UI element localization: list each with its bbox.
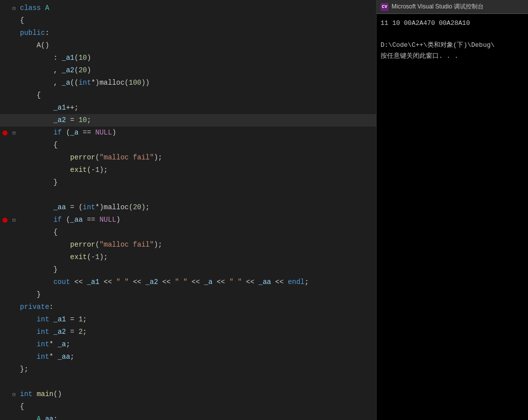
breakpoint-gutter[interactable] xyxy=(0,39,10,52)
breakpoint-gutter[interactable] xyxy=(0,239,10,251)
token: 1 xyxy=(79,315,83,323)
breakpoint-gutter[interactable] xyxy=(0,27,10,39)
breakpoint-gutter[interactable] xyxy=(0,363,10,376)
token: = xyxy=(66,116,78,124)
token: ( xyxy=(87,253,91,261)
breakpoint-gutter[interactable] xyxy=(0,139,10,151)
breakpoint-gutter[interactable] xyxy=(0,376,10,388)
breakpoint-gutter[interactable] xyxy=(0,251,10,264)
code-line: } xyxy=(0,264,376,276)
breakpoint-gutter[interactable] xyxy=(0,338,10,351)
breakpoint-gutter[interactable] xyxy=(0,189,10,201)
breakpoint-gutter[interactable] xyxy=(0,301,10,313)
collapse-icon[interactable]: ⊟ xyxy=(10,217,18,223)
token: _a1 xyxy=(62,54,74,62)
line-content: , _a((int*)malloc(100)) xyxy=(18,77,150,89)
breakpoint-gutter[interactable] xyxy=(0,89,10,102)
token: _a xyxy=(62,79,70,87)
line-content: { xyxy=(18,401,24,413)
token: int xyxy=(83,203,95,211)
breakpoint-gutter[interactable] xyxy=(0,176,10,189)
token: ( xyxy=(87,166,91,174)
line-content: exit(-1); xyxy=(18,251,108,264)
token: exit xyxy=(70,253,87,261)
token: cout xyxy=(53,278,70,286)
line-content: if (_a == NULL) xyxy=(18,127,116,139)
token: _a2 xyxy=(53,328,66,336)
token: } xyxy=(53,266,57,274)
token: * xyxy=(49,353,58,361)
token: ( xyxy=(95,153,99,161)
token: << xyxy=(271,278,288,286)
code-line: int* _aa; xyxy=(0,351,376,363)
line-content: _aa = (int*)malloc(20); xyxy=(18,201,150,214)
code-line: int _a2 = 2; xyxy=(0,326,376,338)
line-content: perror("malloc fail"); xyxy=(18,239,162,251)
token: A xyxy=(37,41,41,49)
breakpoint-gutter[interactable] xyxy=(0,388,10,401)
token: int xyxy=(20,390,32,398)
breakpoint-gutter[interactable] xyxy=(0,14,10,27)
token: << xyxy=(187,278,204,286)
line-content: { xyxy=(18,14,24,27)
token: if xyxy=(53,216,62,224)
token: ); xyxy=(154,153,162,161)
token: : xyxy=(53,54,62,62)
token: _a xyxy=(204,278,213,286)
line-content: A() xyxy=(18,39,49,52)
token: ) xyxy=(87,54,91,62)
code-line: }; xyxy=(0,363,376,376)
breakpoint-gutter[interactable] xyxy=(0,264,10,276)
breakpoint-gutter[interactable] xyxy=(0,288,10,301)
token xyxy=(49,315,53,323)
token: " " xyxy=(116,278,129,286)
breakpoint-gutter[interactable] xyxy=(0,413,10,420)
breakpoint-gutter[interactable] xyxy=(0,226,10,239)
breakpoint-gutter[interactable] xyxy=(0,114,10,127)
breakpoint-gutter[interactable] xyxy=(0,276,10,288)
line-content: int* _aa; xyxy=(18,351,74,363)
breakpoint-gutter[interactable] xyxy=(0,64,10,77)
breakpoint-gutter[interactable] xyxy=(0,201,10,214)
token: << xyxy=(158,278,175,286)
line-content: private: xyxy=(18,301,53,313)
code-area: ⊟class A{public: A() : _a1(10) , _a2(20)… xyxy=(0,0,376,420)
token: class xyxy=(20,4,45,12)
breakpoint-gutter[interactable] xyxy=(0,77,10,89)
breakpoint-gutter[interactable] xyxy=(0,164,10,176)
token: ) xyxy=(87,66,91,74)
token: private xyxy=(20,303,49,311)
token: 20 xyxy=(79,66,87,74)
token: _a2 xyxy=(53,116,66,124)
breakpoint-gutter[interactable] xyxy=(0,127,10,139)
breakpoint-gutter[interactable] xyxy=(0,214,10,226)
breakpoint-dot xyxy=(2,218,7,223)
code-line: , _a((int*)malloc(100)) xyxy=(0,77,376,89)
collapse-icon[interactable]: ⊟ xyxy=(10,392,18,398)
breakpoint-gutter[interactable] xyxy=(0,151,10,164)
token: int xyxy=(79,79,91,87)
code-line: A aa; xyxy=(0,413,376,420)
code-line xyxy=(0,376,376,388)
code-line: exit(-1); xyxy=(0,251,376,264)
breakpoint-gutter[interactable] xyxy=(0,52,10,64)
token: 10 xyxy=(79,116,87,124)
token: ; xyxy=(53,415,57,420)
breakpoint-gutter[interactable] xyxy=(0,2,10,14)
code-line: exit(-1); xyxy=(0,164,376,176)
token: _a2 xyxy=(145,278,158,286)
token: _aa xyxy=(53,203,66,211)
code-line: _aa = (int*)malloc(20); xyxy=(0,201,376,214)
collapse-icon[interactable]: ⊟ xyxy=(10,5,18,11)
breakpoint-gutter[interactable] xyxy=(0,102,10,114)
breakpoint-gutter[interactable] xyxy=(0,326,10,338)
token: ); xyxy=(100,166,108,174)
breakpoint-gutter[interactable] xyxy=(0,351,10,363)
token: ); xyxy=(141,203,150,211)
token: , xyxy=(53,79,62,87)
collapse-icon[interactable]: ⊟ xyxy=(10,130,18,136)
breakpoint-gutter[interactable] xyxy=(0,313,10,326)
breakpoint-gutter[interactable] xyxy=(0,401,10,413)
token: } xyxy=(37,290,41,298)
code-line: ⊟int main() xyxy=(0,388,376,401)
